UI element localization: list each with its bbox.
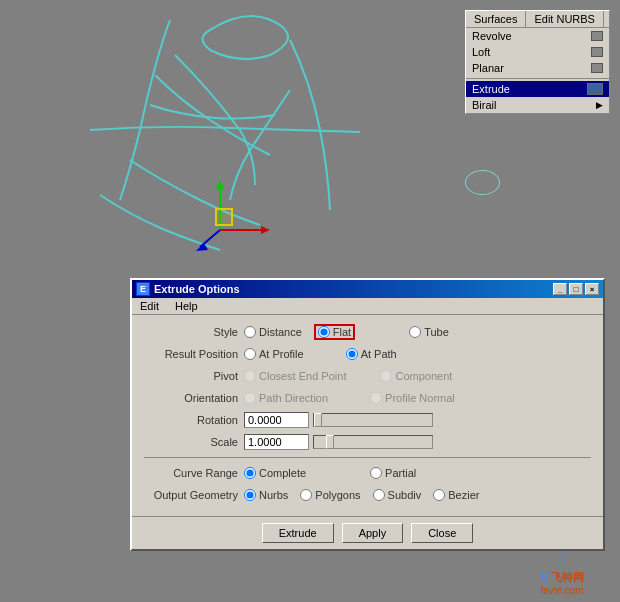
svg-marker-1 [216, 180, 224, 189]
style-distance[interactable]: Distance [244, 326, 302, 338]
style-flat[interactable]: Flat [314, 324, 355, 340]
loft-icon [591, 47, 603, 57]
menu-item-loft[interactable]: Loft [466, 44, 609, 60]
result-at-path[interactable]: At Path [346, 348, 397, 360]
curve-partial[interactable]: Partial [370, 467, 416, 479]
curve-range-row: Curve Range Complete Partial [144, 464, 591, 482]
menu-item-planar[interactable]: Planar [466, 60, 609, 76]
menu-item-birail[interactable]: Birail ▶ [466, 97, 609, 113]
close-button-footer[interactable]: Close [411, 523, 473, 543]
orientation-options: Path Direction Profile Normal [244, 392, 455, 404]
watermark-brand: 飞特网 [551, 570, 584, 585]
maximize-button[interactable]: □ [569, 283, 583, 295]
style-tube[interactable]: Tube [409, 326, 449, 338]
extrude-icon [587, 83, 603, 95]
rotation-thumb [314, 413, 322, 427]
style-label: Style [144, 326, 244, 338]
watermark-site: fevte.com [540, 585, 583, 596]
dialog-title: Extrude Options [154, 283, 240, 295]
watermark-wings-icon: 𖤐 [558, 549, 565, 569]
curve-range-label: Curve Range [144, 467, 244, 479]
dialog-titlebar: E Extrude Options _ □ × [132, 280, 603, 298]
menu-item-revolve[interactable]: Revolve [466, 28, 609, 44]
close-button[interactable]: × [585, 283, 599, 295]
output-nurbs[interactable]: Nurbs [244, 489, 288, 501]
minimize-button[interactable]: _ [553, 283, 567, 295]
selection-box [215, 208, 233, 226]
birail-arrow-icon: ▶ [596, 100, 603, 110]
result-at-profile[interactable]: At Profile [244, 348, 304, 360]
rotation-input[interactable] [244, 412, 309, 428]
output-geometry-row: Output Geometry Nurbs Polygons Subdiv [144, 486, 591, 504]
scale-input[interactable] [244, 434, 309, 450]
pivot-options: Closest End Point Component [244, 370, 452, 382]
rotation-label: Rotation [144, 414, 244, 426]
output-geometry-options: Nurbs Polygons Subdiv Bezier [244, 489, 479, 501]
watermark: 𖤐 V 飞特网 fevte.com [512, 549, 612, 594]
planar-icon [591, 63, 603, 73]
pivot-closest[interactable]: Closest End Point [244, 370, 346, 382]
scale-row: Scale [144, 433, 591, 451]
dialog-content: Style Distance Flat Tube [132, 315, 603, 516]
section-divider [144, 457, 591, 458]
dialog-footer: Extrude Apply Close [132, 516, 603, 549]
orientation-row: Orientation Path Direction Profile Norma… [144, 389, 591, 407]
dialog-menubar: Edit Help [132, 298, 603, 315]
svg-marker-3 [261, 226, 270, 234]
menu-edit[interactable]: Edit [136, 299, 163, 313]
revolve-icon [591, 31, 603, 41]
pivot-component[interactable]: Component [380, 370, 452, 382]
curve-range-options: Complete Partial [244, 467, 416, 479]
tab-surfaces[interactable]: Surfaces [466, 11, 526, 27]
extrude-options-dialog: E Extrude Options _ □ × Edit Help Style [130, 278, 605, 551]
orientation-profile[interactable]: Profile Normal [370, 392, 455, 404]
result-position-label: Result Position [144, 348, 244, 360]
pivot-row: Pivot Closest End Point Component [144, 367, 591, 385]
output-bezier[interactable]: Bezier [433, 489, 479, 501]
apply-button[interactable]: Apply [342, 523, 404, 543]
style-options: Distance Flat Tube [244, 324, 449, 340]
output-geometry-label: Output Geometry [144, 489, 244, 501]
style-row: Style Distance Flat Tube [144, 323, 591, 341]
scale-thumb [326, 435, 334, 449]
viewport: Surfaces Edit NURBS Revolve Loft Planar … [0, 0, 620, 602]
orientation-path[interactable]: Path Direction [244, 392, 328, 404]
output-polygons[interactable]: Polygons [300, 489, 360, 501]
result-position-options: At Profile At Path [244, 348, 397, 360]
rotation-row: Rotation [144, 411, 591, 429]
orientation-label: Orientation [144, 392, 244, 404]
pivot-label: Pivot [144, 370, 244, 382]
scale-label: Scale [144, 436, 244, 448]
rotation-slider[interactable] [313, 413, 433, 427]
result-position-row: Result Position At Profile At Path [144, 345, 591, 363]
output-subdiv[interactable]: Subdiv [373, 489, 422, 501]
surfaces-tabs: Surfaces Edit NURBS [466, 11, 609, 28]
extrude-button[interactable]: Extrude [262, 523, 334, 543]
menu-help[interactable]: Help [171, 299, 202, 313]
tab-edit-nurbs[interactable]: Edit NURBS [526, 11, 604, 27]
oval-shape [465, 170, 500, 195]
curve-complete[interactable]: Complete [244, 467, 306, 479]
dialog-icon: E [136, 282, 150, 296]
menu-item-extrude[interactable]: Extrude [466, 81, 609, 97]
watermark-v-icon: V [540, 569, 549, 585]
surfaces-panel: Surfaces Edit NURBS Revolve Loft Planar … [465, 10, 610, 114]
scale-slider[interactable] [313, 435, 433, 449]
